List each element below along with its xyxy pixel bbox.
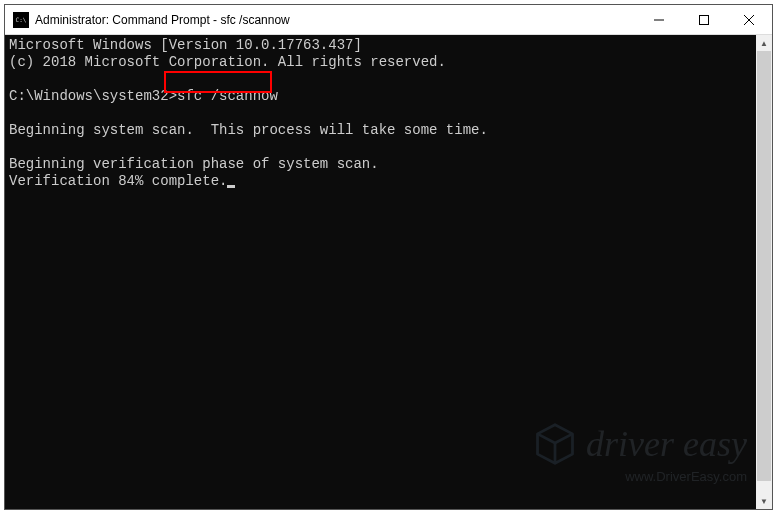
maximize-button[interactable] <box>681 5 726 34</box>
command-prompt-window: Administrator: Command Prompt - sfc /sca… <box>4 4 773 510</box>
window-controls <box>636 5 772 34</box>
scan-begin-msg: Beginning system scan. This process will… <box>9 122 488 138</box>
typed-command: sfc /scannow <box>177 88 278 104</box>
cmd-icon <box>13 12 29 28</box>
minimize-button[interactable] <box>636 5 681 34</box>
scrollbar-thumb[interactable] <box>757 51 771 481</box>
svg-rect-1 <box>699 15 708 24</box>
window-title: Administrator: Command Prompt - sfc /sca… <box>35 13 636 27</box>
verification-phase-msg: Beginning verification phase of system s… <box>9 156 379 172</box>
close-button[interactable] <box>726 5 772 34</box>
prompt-path: C:\Windows\system32> <box>9 88 177 104</box>
scroll-up-arrow[interactable]: ▲ <box>756 35 772 51</box>
vertical-scrollbar[interactable]: ▲ ▼ <box>756 35 772 509</box>
text-cursor <box>227 185 235 188</box>
copyright-line: (c) 2018 Microsoft Corporation. All righ… <box>9 54 446 70</box>
titlebar[interactable]: Administrator: Command Prompt - sfc /sca… <box>5 5 772 35</box>
progress-msg: Verification 84% complete. <box>9 173 227 189</box>
scroll-down-arrow[interactable]: ▼ <box>756 493 772 509</box>
terminal-output[interactable]: Microsoft Windows [Version 10.0.17763.43… <box>5 35 772 509</box>
version-line: Microsoft Windows [Version 10.0.17763.43… <box>9 37 362 53</box>
